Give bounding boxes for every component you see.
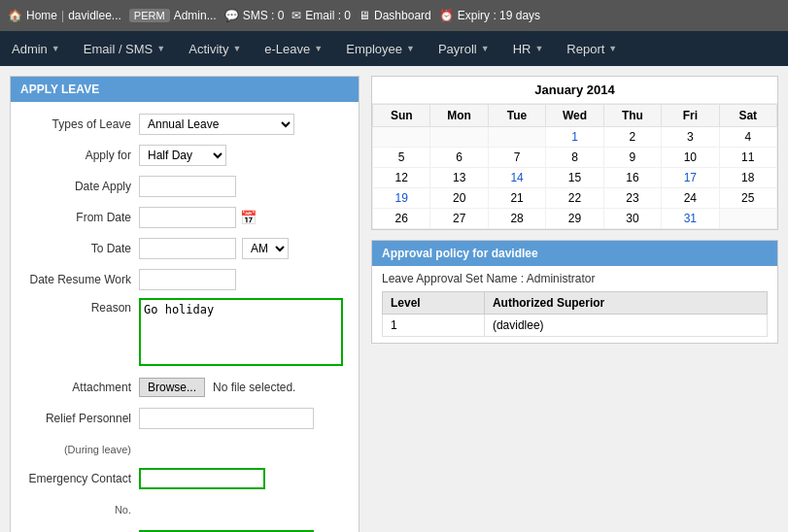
approval-superior: (davidlee) [484,315,767,337]
emergency-contact-label: Emergency Contact [22,472,139,485]
cal-day: 26 [373,209,430,229]
calendar-icon[interactable]: 📅 [240,210,257,225]
form-title: APPLY LEAVE [11,77,359,102]
nav-payroll[interactable]: Payroll ▼ [427,31,501,66]
chevron-down-icon: ▼ [156,44,165,53]
nav-employee-label: Employee [346,42,402,56]
emergency-contact-row: Emergency Contact 0123456789 [22,466,347,491]
cal-day: 5 [373,148,430,168]
cal-day: 7 [488,148,545,168]
cal-day: 6 [430,148,488,168]
nav-activity-label: Activity [188,42,228,56]
nav-report-label: Report [566,42,604,56]
cal-day-link[interactable]: 14 [510,171,523,184]
cal-day-link[interactable]: 1 [571,130,578,144]
approval-set-name: Leave Approval Set Name : Administrator [382,272,768,285]
from-date-input[interactable]: 2014-01-29 [139,207,236,228]
cal-day: 24 [662,188,719,209]
topbar-home[interactable]: 🏠 Home | davidlee... [8,9,121,22]
cal-day: 25 [719,188,776,209]
cal-day: 8 [546,148,603,168]
cal-day: 11 [719,148,776,168]
cal-header-sun: Sun [373,105,430,127]
cal-day[interactable]: 19 [373,188,430,209]
date-resume-row: Date Resume Work 2014-01-29 [22,267,347,292]
cal-day[interactable]: 1 [546,127,603,148]
calendar-table: Sun Mon Tue Wed Thu Fri Sat 123456789101… [372,104,777,229]
emergency-no-row: No. [22,497,347,522]
topbar-perm[interactable]: PERM Admin... [129,9,217,22]
chevron-down-icon: ▼ [406,44,415,53]
cal-day: 27 [430,209,488,229]
navbar: Admin ▼ Email / SMS ▼ Activity ▼ e-Leave… [0,31,788,66]
types-of-leave-row: Types of Leave Annual Leave Medical Leav… [22,112,347,137]
nav-email-sms-label: Email / SMS [84,42,154,56]
chevron-down-icon: ▼ [232,44,241,53]
approval-table: Level Authorized Superior 1(davidlee) [382,291,768,337]
user-label: davidlee... [68,9,121,22]
cal-header-tue: Tue [488,105,545,127]
types-of-leave-label: Types of Leave [22,117,139,131]
cal-day-link[interactable]: 17 [684,171,697,184]
apply-for-label: Apply for [22,149,139,162]
cal-day [719,209,776,229]
relief-row: Relief Personnel [22,406,347,431]
sms-icon: 💬 [224,9,239,22]
date-apply-row: Date Apply 2014-01-14 [22,174,347,199]
cal-day: 9 [603,148,661,168]
chevron-down-icon: ▼ [608,44,617,53]
calendar-title: January 2014 [372,77,777,104]
cal-header-fri: Fri [662,105,719,127]
cal-day: 4 [719,127,776,148]
relief-label: Relief Personnel [22,412,139,425]
nav-hr[interactable]: HR ▼ [501,31,556,66]
to-date-label: To Date [22,242,139,255]
cal-day: 13 [430,168,488,188]
browse-button[interactable]: Browse... [139,378,205,397]
main-content: APPLY LEAVE Types of Leave Annual Leave … [0,66,788,532]
emergency-contact-input[interactable]: 0123456789 [139,468,265,489]
nav-activity[interactable]: Activity ▼ [177,31,253,66]
topbar-sms[interactable]: 💬 SMS : 0 [224,9,285,22]
chevron-down-icon: ▼ [51,44,60,53]
cal-day-link[interactable]: 31 [684,212,697,225]
nav-report[interactable]: Report ▼ [555,31,629,66]
cal-day[interactable]: 31 [662,209,719,229]
attachment-label: Attachment [22,381,139,394]
cal-day[interactable]: 14 [488,168,545,188]
topbar-email[interactable]: ✉ Email : 0 [291,9,351,22]
cal-header-mon: Mon [430,105,488,127]
cal-day: 29 [546,209,603,229]
cal-day: 22 [546,188,603,209]
home-label: Home [26,9,57,22]
relief-input[interactable] [139,408,314,429]
cal-day[interactable]: 17 [662,168,719,188]
approval-body: Leave Approval Set Name : Administrator … [372,266,777,343]
nav-employee[interactable]: Employee ▼ [334,31,427,66]
approval-set-name-label: Leave Approval Set Name : [382,272,524,285]
date-resume-input[interactable]: 2014-01-29 [139,269,236,290]
topbar-dashboard[interactable]: 🖥 Dashboard [359,9,431,22]
date-apply-input[interactable]: 2014-01-14 [139,176,236,197]
nav-admin[interactable]: Admin ▼ [0,31,72,66]
emergency-no-label: No. [22,504,139,515]
email-label: Email : 0 [305,9,351,22]
nav-email-sms[interactable]: Email / SMS ▼ [72,31,177,66]
expiry-label: Expiry : 19 days [458,9,540,22]
cal-header-sat: Sat [719,105,776,127]
nav-e-leave[interactable]: e-Leave ▼ [253,31,334,66]
cal-day-link[interactable]: 19 [395,191,408,205]
types-of-leave-select[interactable]: Annual Leave Medical Leave Unpaid Leave [139,114,294,135]
apply-for-select[interactable]: Half Day Full Day [139,145,226,166]
approval-panel: Approval policy for davidlee Leave Appro… [371,240,778,344]
expiry-icon: ⏰ [439,9,454,22]
cal-day: 15 [546,168,603,188]
apply-for-row: Apply for Half Day Full Day [22,143,347,168]
to-date-input[interactable]: 2014-01-29 [139,238,236,259]
reason-textarea[interactable]: Go holiday [139,298,343,366]
cal-header-thu: Thu [603,105,661,127]
am-pm-select[interactable]: AM PM [242,238,289,259]
attachment-row: Attachment Browse... No file selected. [22,375,347,400]
right-panel: January 2014 Sun Mon Tue Wed Thu Fri Sat… [371,76,778,532]
approval-level: 1 [383,315,485,337]
